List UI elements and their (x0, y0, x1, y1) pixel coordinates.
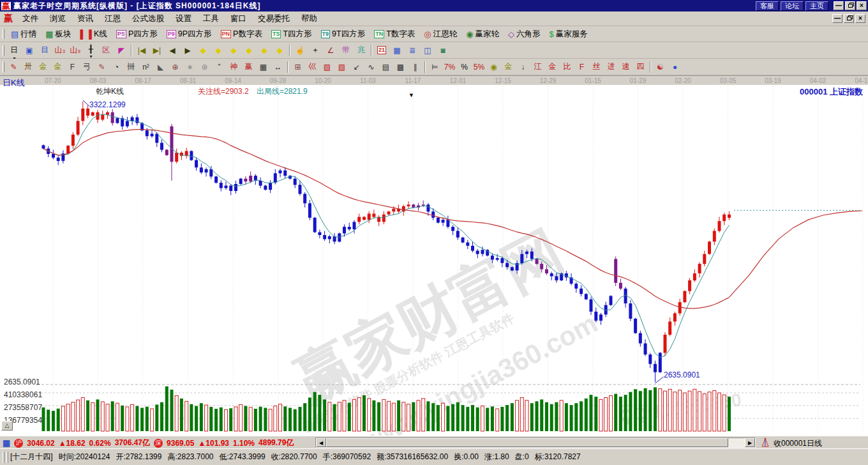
menu-help[interactable]: 帮助 (296, 12, 323, 26)
toolbar-button-p-number-table[interactable]: PNP数字表 (216, 27, 267, 41)
tool-qiankun-kline[interactable]: 区 (98, 44, 114, 57)
tool-screenshot[interactable]: ◙ (435, 44, 451, 57)
tool-bi-tool[interactable]: 比 (560, 61, 574, 73)
tool-su-tool[interactable]: 速 (618, 61, 633, 73)
tool-grid-fine[interactable]: ▤ (378, 61, 393, 73)
scrollbar-thumb[interactable] (326, 438, 728, 447)
tool-prev-bar[interactable]: ◀ (165, 44, 180, 57)
tool-first-bar[interactable]: |◀ (134, 44, 149, 57)
tool-trend-arrow[interactable]: ↙ (349, 61, 364, 73)
tool-ma-9[interactable]: 山₉ (68, 44, 83, 57)
tool-count-grid[interactable]: 卌 (124, 61, 138, 73)
tool-hand-tool[interactable]: ☝ (292, 44, 308, 57)
tool-n-square[interactable]: n² (138, 61, 153, 73)
toolbar-button-p-square[interactable]: PSP四方形 (112, 27, 162, 41)
tool-diamond-expand[interactable]: ◆ (226, 44, 241, 57)
toolbar-button-quotes[interactable]: ▤行情 (6, 27, 41, 41)
child-minimize-button[interactable]: — (832, 14, 842, 23)
tool-angle-tool[interactable]: ∠ (323, 44, 338, 57)
tool-h-span[interactable]: ↔ (271, 61, 285, 73)
child-close-button[interactable]: × (855, 14, 865, 23)
tool-calendar[interactable]: 21 (374, 44, 389, 57)
tool-gold-line[interactable]: 金 (501, 61, 516, 73)
toolbar-button-9t-square[interactable]: T99T四方形 (317, 27, 370, 41)
menu-news[interactable]: 资讯 (71, 12, 99, 26)
tool-f-tool[interactable]: F (574, 61, 589, 73)
toolbar-button-hexagon[interactable]: ◇六角形 (504, 27, 545, 41)
menu-file[interactable]: 文件 (17, 12, 44, 26)
tool-gold-circle[interactable]: ◉ (486, 61, 501, 73)
toolbar-button-t-number-table[interactable]: TNT数字表 (370, 27, 419, 41)
tool-diamond-left[interactable]: ◆ (195, 44, 211, 57)
tool-crosshair-tool[interactable]: + (308, 44, 323, 57)
tool-fan-box-2[interactable]: ▧ (334, 61, 349, 73)
toolbar-button-winner-service[interactable]: $赢家服务 (544, 27, 592, 41)
menu-browse[interactable]: 浏览 (44, 12, 71, 26)
tool-time-circle[interactable]: ◔ (109, 61, 124, 73)
market-grid-icon[interactable]: ▦ (3, 438, 10, 448)
toolbar-button-winner-wheel[interactable]: ◉赢家轮 (461, 27, 504, 41)
tool-zoom-area[interactable]: ▣ (22, 44, 37, 57)
tool-angle-fan[interactable]: ◣ (153, 61, 168, 73)
tool-pattern-tool[interactable]: 兆 (354, 44, 369, 57)
tool-ma-3[interactable]: 山₃ (52, 44, 68, 57)
tool-candle-style[interactable]: ╂▾ (83, 44, 98, 57)
tool-yinyang[interactable]: ☯ (653, 61, 668, 73)
toolbar-button-gann-wheel[interactable]: ◎江恩轮 (419, 27, 461, 41)
tool-pct-5[interactable]: 5% (472, 61, 486, 73)
menu-gann[interactable]: 江恩 (99, 12, 126, 26)
tool-ying-grid[interactable]: 赢 (241, 61, 256, 73)
tool-pct-7[interactable]: 7% (442, 61, 457, 73)
tool-parallel-lines[interactable]: ∥ (408, 61, 423, 73)
tool-pct[interactable]: % (457, 61, 472, 73)
tool-ribbon-tool[interactable]: 带 (338, 44, 354, 57)
tool-gold-grid-2[interactable]: 金 (50, 61, 65, 73)
tool-color-kline[interactable]: ◤ (114, 44, 129, 57)
toolbar-grip[interactable] (3, 45, 4, 56)
shenzhen-market-icon[interactable]: 深 (154, 439, 163, 448)
menu-trade-entrust[interactable]: 交易委托 (252, 12, 296, 26)
tool-jiang-tool[interactable]: 江 (530, 61, 545, 73)
pane-toggle-button[interactable]: △ (1, 421, 13, 431)
toolbar-button-9p-square[interactable]: P99P四方形 (162, 27, 216, 41)
tool-f-grid[interactable]: F (65, 61, 80, 73)
titlebar-link-forum[interactable]: 论坛 (781, 1, 804, 11)
tool-drop-tool[interactable]: ↓ (516, 61, 530, 73)
tool-save[interactable]: ◫ (420, 44, 435, 57)
menu-tools[interactable]: 工具 (197, 12, 225, 26)
minimize-button[interactable]: — (834, 1, 844, 10)
scroll-left-button[interactable]: ◀ (316, 438, 326, 447)
close-button[interactable]: × (857, 1, 867, 10)
tool-scale-rule[interactable]: ⊨ (428, 61, 442, 73)
toolbar-grip[interactable] (3, 29, 4, 39)
tool-target-circle[interactable]: ⊕ (168, 61, 183, 73)
tool-fan-box[interactable]: ▨ (320, 61, 334, 73)
tool-shen-grid[interactable]: 神 (227, 61, 241, 73)
tool-mini-ball[interactable]: ● (668, 61, 682, 73)
child-restore-button[interactable] (844, 14, 854, 23)
tool-brush[interactable]: ✎ (6, 61, 21, 73)
tool-diamond-split[interactable]: ◆ (241, 44, 257, 57)
tool-gold-tool[interactable]: 金 (545, 61, 560, 73)
tool-gann-grid[interactable]: 卅 (21, 61, 36, 73)
tool-web-circle[interactable]: ⊛ (197, 61, 212, 73)
tool-si4-tool[interactable]: 四 (633, 61, 648, 73)
kline-chart-area[interactable]: 赢家财富网赢家江恩软件 股票分析软件 江恩工具软件www.yingjia360.… (0, 75, 868, 436)
tool-spiral[interactable]: 弓 (80, 61, 94, 73)
scrollbar-track[interactable] (728, 438, 745, 447)
tool-si-tool[interactable]: 丝 (589, 61, 604, 73)
toolbar-grip[interactable] (3, 62, 4, 72)
scroll-right-button[interactable]: ▶ (745, 438, 755, 447)
menu-settings[interactable]: 设置 (170, 12, 197, 26)
tool-zigzag[interactable]: ∿ (364, 61, 378, 73)
tool-notepad[interactable]: ≣ (405, 44, 420, 57)
tool-next-bar[interactable]: ▶ (180, 44, 195, 57)
kline-chart-canvas[interactable]: 07-2008-0308-1708-3109-1409-2810-2011-03… (0, 76, 868, 436)
restore-button[interactable] (845, 1, 855, 10)
tool-diamond-right[interactable]: ◆ (211, 44, 226, 57)
titlebar-link-customer-service[interactable]: 客服 (756, 1, 779, 11)
tool-ruler-grid[interactable]: ▦ (256, 61, 271, 73)
tool-jin-tool[interactable]: 进 (604, 61, 618, 73)
toolbar-button-sectors[interactable]: ▦板块 (41, 27, 75, 41)
tool-grid-dense[interactable]: ▩ (393, 61, 408, 73)
